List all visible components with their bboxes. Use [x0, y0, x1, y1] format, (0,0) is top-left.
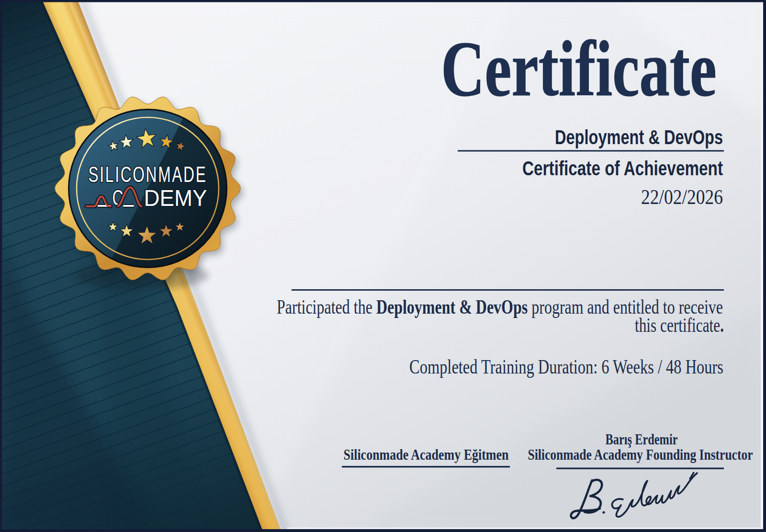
svg-text:SILICONMADE: SILICONMADE [89, 161, 207, 187]
svg-text:this certificate.: this certificate. [635, 314, 724, 336]
svg-text:Completed Training Duration: 6: Completed Training Duration: 6 Weeks / 4… [409, 355, 723, 378]
svg-text:Certificate: Certificate [441, 24, 717, 113]
svg-text:22/02/2026: 22/02/2026 [641, 185, 723, 209]
svg-text:Deployment & DevOps: Deployment & DevOps [555, 126, 723, 148]
svg-text:Siliconmade Academy Founding I: Siliconmade Academy Founding Instructor [528, 446, 753, 463]
svg-text:Siliconmade Academy Eğitmen: Siliconmade Academy Eğitmen [344, 446, 509, 463]
svg-text:Certificate of Achievement: Certificate of Achievement [522, 157, 723, 180]
svg-text:DEMY: DEMY [144, 185, 207, 211]
svg-text:Barış Erdemir: Barış Erdemir [606, 431, 678, 448]
